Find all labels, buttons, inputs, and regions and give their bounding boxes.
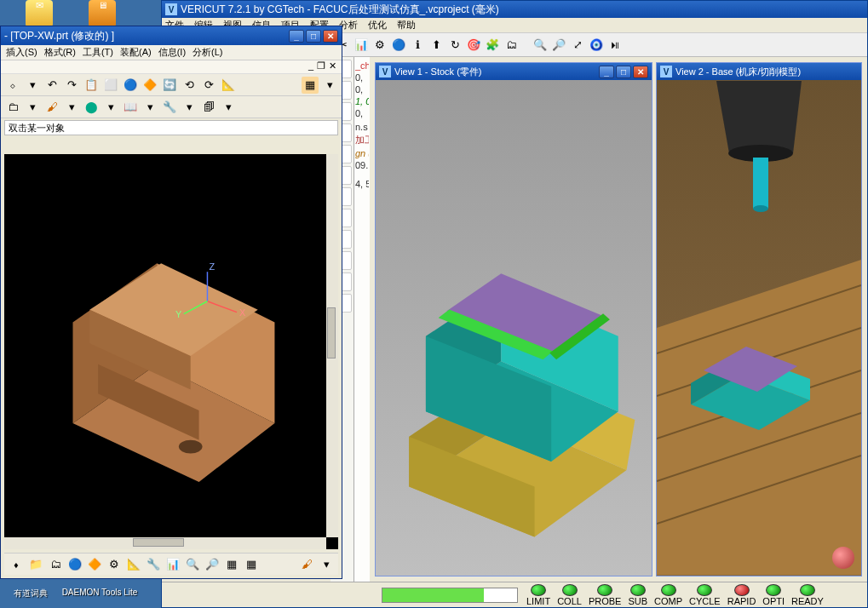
desktop-icon-daemon[interactable]: DAEMON Tools Lite	[61, 586, 138, 597]
tree-panel[interactable]: _ch 0, 0, 1, 0) 0, n.s 加工 gn ( 09. 4, 5	[354, 57, 370, 582]
tb-icon[interactable]: 🔵	[390, 37, 407, 54]
progress-bar	[382, 588, 518, 603]
cad-viewport[interactable]: Z X Y	[4, 154, 338, 549]
svg-point-24	[753, 205, 768, 212]
led-opti: OPTI	[762, 584, 785, 606]
tb-icon[interactable]: ⬤	[83, 99, 100, 116]
record-icon[interactable]	[832, 547, 854, 569]
tb-icon[interactable]: ▾	[321, 77, 338, 94]
tb-icon[interactable]: ▾	[141, 99, 158, 116]
paint-icon[interactable]: 🖌	[298, 556, 315, 573]
mini-minimize-icon[interactable]: _	[308, 60, 313, 73]
tb-icon[interactable]: 🎯	[465, 37, 482, 54]
view2-titlebar[interactable]: V View 2 - Base (机床/切削模型)	[657, 63, 861, 80]
desktop-label: 有道词典	[5, 588, 56, 599]
view2-canvas[interactable]	[657, 80, 861, 576]
redo-icon[interactable]: ↷	[63, 77, 80, 94]
maximize-button[interactable]: □	[616, 66, 631, 78]
tb-icon[interactable]: ⚙	[106, 556, 123, 573]
desktop-icon-mail[interactable]: ✉	[14, 0, 65, 27]
tb-icon[interactable]: 📊	[164, 556, 181, 573]
menu-analysis[interactable]: 分析(L)	[193, 46, 222, 59]
tb-icon[interactable]: 📊	[353, 37, 370, 54]
cad-menubar: 插入(S) 格式(R) 工具(T) 装配(A) 信息(I) 分析(L)	[1, 45, 342, 60]
minimize-button[interactable]: _	[289, 30, 304, 43]
menu-help[interactable]: 帮助	[397, 19, 416, 32]
menu-format[interactable]: 格式(R)	[44, 46, 76, 59]
close-button[interactable]: ✕	[633, 66, 648, 78]
tb-icon[interactable]: 🗂	[503, 37, 520, 54]
tb-icon[interactable]: ℹ	[409, 37, 426, 54]
view-icon: V	[379, 66, 391, 77]
desktop-icon-monitor[interactable]: 🖥	[77, 0, 128, 27]
zoom-out-icon[interactable]: 🔎	[550, 37, 567, 54]
tb-icon[interactable]: 🔵	[122, 77, 139, 94]
menu-tools[interactable]: 工具(T)	[83, 46, 113, 59]
led-coll: COLL	[557, 584, 582, 606]
tb-icon[interactable]: ▾	[63, 99, 80, 116]
tb-icon[interactable]: ⚙	[371, 37, 388, 54]
tb-icon[interactable]: 🔍	[184, 556, 201, 573]
tb-icon[interactable]: ⬆	[428, 37, 445, 54]
desktop-icon-youdao[interactable]: 有道词典	[5, 586, 56, 599]
svg-text:Y: Y	[175, 310, 181, 320]
tb-icon[interactable]: 📐	[125, 556, 142, 573]
mini-restore-icon[interactable]: ❐	[317, 60, 325, 73]
tb-icon[interactable]: 🔧	[145, 556, 162, 573]
tb-icon[interactable]: 📋	[83, 77, 100, 94]
close-button[interactable]: ✕	[323, 30, 338, 43]
menu-info[interactable]: 信息(I)	[158, 46, 186, 59]
cad-window: - [TOP-XW.prt (修改的) ] _ □ ✕ 插入(S) 格式(R) …	[0, 26, 342, 579]
tb-icon[interactable]: ▾	[318, 556, 335, 573]
tb-icon[interactable]: ▾	[102, 99, 119, 116]
tb-icon[interactable]: 🔵	[66, 556, 83, 573]
tb-icon[interactable]: 🔶	[86, 556, 103, 573]
tb-icon[interactable]: ⟳	[200, 77, 217, 94]
tb-icon[interactable]: ⟲	[181, 77, 198, 94]
zoom-fit-icon[interactable]: ⤢	[569, 37, 586, 54]
tb-icon[interactable]: ▦	[243, 556, 260, 573]
tb-icon[interactable]: ↻	[446, 37, 463, 54]
tb-icon[interactable]: 🔧	[161, 99, 178, 116]
tb-icon[interactable]: ▾	[220, 99, 237, 116]
tb-icon[interactable]: ⬧	[8, 556, 25, 573]
menu-insert[interactable]: 插入(S)	[6, 46, 37, 59]
vericut-titlebar[interactable]: V VERICUT 7.2.1 by CGTech - FACUC后处理测试仿真…	[162, 1, 867, 18]
maximize-button[interactable]: □	[306, 30, 321, 43]
tb-icon[interactable]: ▦	[302, 77, 319, 94]
tb-icon[interactable]: 🔶	[141, 77, 158, 94]
tb-icon[interactable]: 🧿	[588, 37, 605, 54]
view1-titlebar[interactable]: V View 1 - Stock (零件) _ □ ✕	[376, 63, 652, 80]
tb-icon[interactable]: ⬜	[102, 77, 119, 94]
tb-icon[interactable]: 🗐	[200, 99, 217, 116]
menu-optimize[interactable]: 优化	[368, 19, 387, 32]
menu-assembly[interactable]: 装配(A)	[120, 46, 152, 59]
tb-icon[interactable]: 📁	[27, 556, 44, 573]
hscrollbar[interactable]	[4, 537, 326, 549]
vscrollbar[interactable]	[326, 154, 338, 537]
tb-icon[interactable]: 🧩	[484, 37, 501, 54]
led-limit: LIMIT	[526, 584, 550, 606]
tb-icon[interactable]: ⬦	[4, 77, 21, 94]
mini-close-icon[interactable]: ✕	[329, 60, 336, 73]
tb-icon[interactable]: 🔎	[204, 556, 221, 573]
minimize-button[interactable]: _	[599, 66, 614, 78]
zoom-in-icon[interactable]: 🔍	[532, 37, 549, 54]
tb-icon[interactable]: ▾	[181, 99, 198, 116]
tb-icon[interactable]: ▾	[24, 77, 41, 94]
cad-titlebar[interactable]: - [TOP-XW.prt (修改的) ] _ □ ✕	[1, 26, 342, 45]
tb-icon[interactable]: ▦	[223, 556, 240, 573]
tb-icon[interactable]: 📐	[220, 77, 237, 94]
tb-icon[interactable]: 🗀	[4, 99, 21, 116]
paint-icon[interactable]: 🖌	[43, 99, 60, 116]
tb-icon[interactable]: ▾	[24, 99, 41, 116]
undo-icon[interactable]: ↶	[43, 77, 60, 94]
view1-canvas[interactable]	[376, 80, 652, 576]
tb-icon[interactable]: 📖	[122, 99, 139, 116]
tb-icon[interactable]: ⏯	[606, 37, 624, 54]
tb-icon[interactable]: 🗂	[47, 556, 64, 573]
view2-title: View 2 - Base (机床/切削模型)	[675, 66, 858, 78]
viewport-area: V View 1 - Stock (零件) _ □ ✕	[370, 57, 867, 582]
vericut-statusbar: LIMIT COLL PROBE SUB COMP CYCLE RAPID OP…	[162, 582, 867, 607]
rotate-icon[interactable]: 🔄	[161, 77, 178, 94]
